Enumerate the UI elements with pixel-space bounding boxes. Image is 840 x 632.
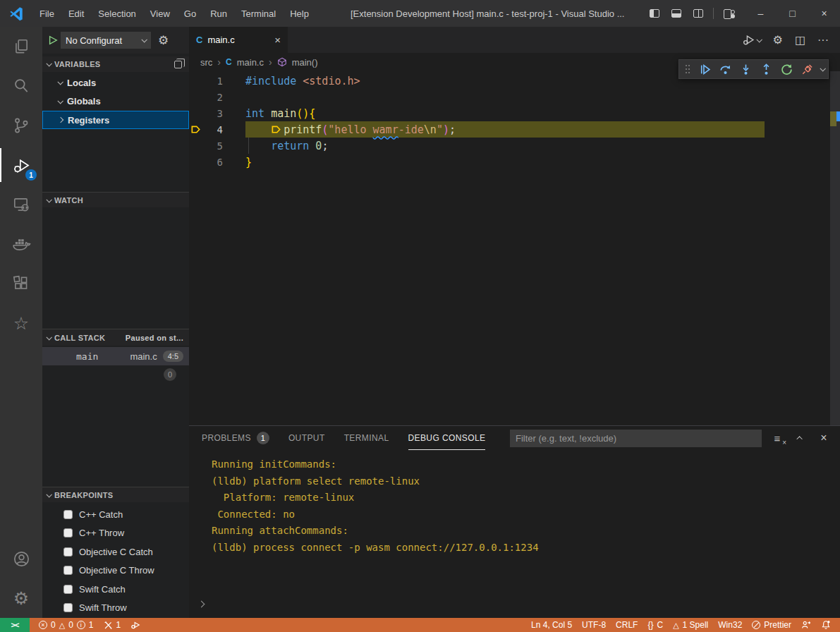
encoding[interactable]: UTF-8: [577, 618, 611, 632]
cursor-position[interactable]: Ln 4, Col 5: [526, 618, 577, 632]
panel-tab-terminal[interactable]: TERMINAL: [344, 426, 389, 450]
activity-remote-explorer-icon[interactable]: [0, 185, 42, 224]
debug-continue-icon[interactable]: [695, 61, 714, 78]
activity-source-control-icon[interactable]: [0, 106, 42, 145]
debug-step-out-icon[interactable]: [757, 61, 776, 78]
variables-scope-locals[interactable]: Locals: [42, 73, 189, 92]
menu-item-edit[interactable]: Edit: [61, 0, 91, 27]
activity-run-debug-icon[interactable]: 1: [0, 145, 42, 185]
breakpoint-row[interactable]: C++ Throw: [42, 524, 189, 542]
settings-gear-icon[interactable]: ⚙: [773, 35, 783, 46]
notifications-bell-icon[interactable]: [816, 618, 836, 632]
watch-section-header[interactable]: WATCH: [42, 192, 189, 207]
copy-value-icon[interactable]: [174, 61, 182, 68]
activity-star-icon[interactable]: ☆: [0, 303, 42, 343]
close-panel-icon[interactable]: ×: [817, 432, 830, 444]
breakpoint-row[interactable]: Swift Throw: [42, 599, 189, 617]
more-actions-icon[interactable]: ···: [817, 35, 829, 46]
feedback-icon[interactable]: [796, 618, 816, 632]
titlebar-separator: [713, 8, 714, 19]
breakpoint-checkbox[interactable]: [63, 528, 73, 537]
configure-gear-icon[interactable]: ⚙: [158, 33, 169, 48]
chevron-down-icon: [57, 98, 63, 104]
debug-step-into-icon[interactable]: [736, 61, 755, 78]
debug-console-output: Running initCommands:(lldb) platform sel…: [189, 450, 840, 556]
stack-frame-row[interactable]: main main.c 4:5: [42, 347, 189, 365]
activity-account-icon[interactable]: [0, 539, 42, 578]
activity-settings-gear-icon[interactable]: ⚙: [0, 578, 42, 618]
panel-tab-output[interactable]: OUTPUT: [288, 426, 325, 450]
formatter-status[interactable]: Prettier: [747, 618, 796, 632]
toggle-panel-icon[interactable]: [671, 9, 681, 18]
breakpoint-row[interactable]: C++ Catch: [42, 505, 189, 523]
breakpoint-checkbox[interactable]: [63, 547, 73, 557]
breakpoints-section-header[interactable]: BREAKPOINTS: [42, 487, 189, 502]
tools-icon: [104, 621, 113, 630]
problems-status[interactable]: ×0 △0 i1: [34, 618, 99, 632]
close-button[interactable]: ×: [808, 0, 840, 27]
menu-item-terminal[interactable]: Terminal: [234, 0, 283, 27]
breakpoint-row[interactable]: Objective C Catch: [42, 542, 189, 561]
breadcrumb-symbol[interactable]: main(): [292, 57, 318, 68]
debug-restart-icon[interactable]: [777, 61, 796, 78]
console-input-prompt[interactable]: [199, 597, 204, 609]
debug-configuration-select[interactable]: No Configurat: [61, 32, 151, 49]
eol-sequence[interactable]: CRLF: [611, 618, 643, 632]
title-bar: FileEditSelectionViewGoRunTerminalHelp […: [0, 0, 840, 27]
ports-status[interactable]: 1: [99, 618, 126, 632]
variables-scope-registers[interactable]: Registers: [42, 111, 189, 129]
run-or-debug-icon[interactable]: [743, 34, 761, 46]
activity-extensions-icon[interactable]: [0, 264, 42, 303]
clear-console-icon[interactable]: ≡: [771, 432, 784, 444]
editor-scrollbar[interactable]: [830, 71, 840, 425]
debug-status-icon[interactable]: [126, 618, 145, 632]
target-platform[interactable]: Win32: [713, 618, 747, 632]
debug-disconnect-icon[interactable]: [798, 61, 817, 78]
toggle-secondary-sidebar-icon[interactable]: [693, 9, 703, 18]
code-editor[interactable]: 1#include <stdio.h>23int main(){4 printf…: [189, 71, 840, 425]
menu-item-run[interactable]: Run: [203, 0, 234, 27]
remote-indicator[interactable]: ><: [0, 618, 30, 632]
activity-docker-icon[interactable]: [0, 224, 42, 264]
chevron-down-icon[interactable]: [820, 66, 825, 71]
tab-main-c[interactable]: C main.c ×: [189, 27, 288, 53]
menu-item-file[interactable]: File: [32, 0, 61, 27]
toggle-primary-sidebar-icon[interactable]: [650, 9, 659, 18]
breakpoint-checkbox[interactable]: [63, 603, 73, 612]
variables-section-header[interactable]: VARIABLES: [42, 56, 189, 72]
menu-item-go[interactable]: Go: [177, 0, 203, 27]
variables-scope-globals[interactable]: Globals: [42, 92, 189, 111]
prettier-icon: [752, 621, 760, 629]
panel-tab-debug-console[interactable]: DEBUG CONSOLE: [408, 426, 486, 450]
start-debug-icon[interactable]: [48, 35, 58, 45]
warning-icon: △: [673, 621, 678, 630]
minimize-button[interactable]: –: [745, 0, 777, 27]
console-filter-input[interactable]: [510, 430, 762, 447]
breadcrumb-folder[interactable]: src: [200, 57, 212, 68]
menu-item-view[interactable]: View: [143, 0, 177, 27]
maximize-button[interactable]: □: [777, 0, 808, 27]
breakpoint-row[interactable]: Objective C Throw: [42, 561, 189, 580]
activity-search-icon[interactable]: [0, 66, 42, 106]
menu-item-selection[interactable]: Selection: [91, 0, 142, 27]
breakpoint-checkbox[interactable]: [63, 510, 73, 519]
breakpoint-row[interactable]: Swift Catch: [42, 580, 189, 598]
language-mode[interactable]: {}C: [643, 618, 668, 632]
maximize-panel-icon[interactable]: [794, 432, 807, 444]
code-line-5: 5 return 0;: [189, 138, 830, 154]
breakpoint-checkbox[interactable]: [63, 585, 73, 594]
code-text: printf("hello wamr-ide\n");: [245, 123, 456, 136]
split-editor-icon[interactable]: ◫: [795, 35, 805, 46]
debug-step-over-icon[interactable]: [716, 61, 735, 78]
breakpoint-checkbox[interactable]: [63, 566, 73, 575]
activity-explorer-icon[interactable]: [0, 27, 42, 66]
panel-tab-problems[interactable]: PROBLEMS1: [202, 426, 269, 450]
toolbar-drag-grip[interactable]: [683, 61, 694, 78]
spell-checker-status[interactable]: △1 Spell: [668, 618, 713, 632]
menu-item-help[interactable]: Help: [283, 0, 316, 27]
tab-close-icon[interactable]: ×: [274, 34, 281, 46]
customize-layout-icon[interactable]: [724, 9, 735, 18]
call-stack-section-header[interactable]: CALL STACK Paused on st...: [42, 329, 189, 346]
breadcrumb-separator: ›: [269, 56, 272, 68]
breadcrumb-file[interactable]: main.c: [237, 57, 264, 68]
